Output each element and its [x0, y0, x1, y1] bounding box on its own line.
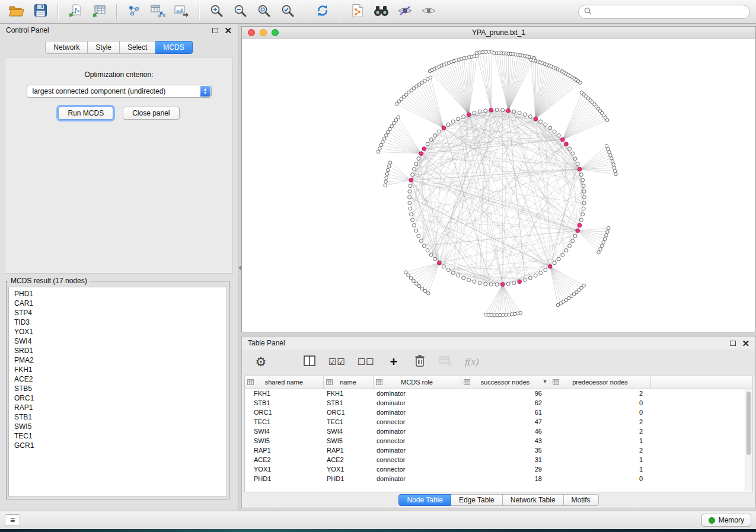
table-row[interactable]: PHD1PHD1dominator180 [245, 474, 752, 483]
table-row[interactable]: SWI5SWI5connector431 [245, 436, 752, 446]
result-node[interactable]: GCR1 [14, 441, 227, 450]
toolbar-separator [58, 4, 58, 20]
result-node[interactable]: ACE2 [14, 374, 227, 384]
tab-node-table[interactable]: Node Table [398, 494, 451, 506]
table-panel-title: Table Panel [248, 339, 285, 347]
style-preview-button[interactable] [394, 3, 416, 21]
column-header-successor-nodes[interactable]: successor nodes▾ [461, 376, 550, 389]
result-node[interactable]: SRD1 [14, 346, 227, 355]
float-panel-icon[interactable] [212, 28, 218, 33]
table-row[interactable]: TEC1TEC1connector472 [245, 417, 752, 427]
result-node[interactable]: CAR1 [14, 299, 227, 308]
network-canvas-container[interactable] [242, 39, 755, 332]
export-image-button[interactable] [171, 3, 192, 21]
zoom-selected-icon [280, 4, 295, 20]
table-row[interactable]: SWI4SWI4dominator462 [245, 427, 752, 436]
result-node[interactable]: RAP1 [14, 403, 227, 412]
find-button[interactable] [371, 3, 392, 21]
result-node[interactable]: STP4 [14, 308, 227, 318]
columns-icon [304, 355, 315, 368]
node-table: shared namenameMCDS rolesuccessor nodes▾… [245, 376, 752, 483]
open-file-button[interactable] [6, 3, 27, 21]
tab-select[interactable]: Select [120, 41, 155, 54]
node-table-container: shared namenameMCDS rolesuccessor nodes▾… [244, 376, 753, 492]
window-close-icon[interactable] [248, 29, 255, 36]
table-tabs: Node TableEdge TableNetwork TableMotifs [242, 493, 755, 507]
tab-edge-table[interactable]: Edge Table [451, 494, 503, 506]
window-minimize-icon[interactable] [260, 29, 267, 36]
result-node[interactable]: TID3 [14, 318, 227, 327]
table-row[interactable]: ORC1ORC1dominator610 [245, 408, 752, 417]
window-maximize-icon[interactable] [272, 29, 279, 36]
result-node[interactable]: PMA2 [14, 355, 227, 365]
column-header-shared-name[interactable]: shared name [245, 376, 323, 389]
tab-network[interactable]: Network [45, 41, 88, 54]
delete-column-button[interactable] [413, 354, 427, 370]
import-network-button[interactable] [65, 3, 86, 21]
table-row[interactable]: RAP1RAP1dominator352 [245, 446, 752, 455]
close-panel-button[interactable]: Close panel [123, 107, 179, 120]
tab-mcds[interactable]: MCDS [155, 41, 192, 54]
search-input[interactable] [595, 7, 744, 17]
select-all-columns-button[interactable]: ☑☑ [328, 354, 346, 370]
column-browser-button[interactable] [302, 354, 317, 370]
gear-icon: ⚙ [256, 355, 267, 368]
document-share-icon [351, 4, 364, 20]
create-column-button[interactable]: + [387, 354, 401, 370]
zoom-fit-button[interactable] [253, 3, 275, 21]
table-scrollbar-thumb[interactable] [747, 392, 751, 455]
tab-motifs[interactable]: Motifs [564, 494, 599, 506]
import-table-button[interactable] [88, 3, 110, 21]
result-node[interactable]: SWI4 [14, 336, 227, 346]
eye-icon [421, 5, 436, 18]
sort-chevron-icon[interactable]: ▾ [543, 378, 546, 384]
tab-style[interactable]: Style [88, 41, 120, 54]
column-header-predecessor-nodes[interactable]: predecessor nodes [550, 376, 650, 389]
zoom-out-button[interactable] [229, 3, 251, 21]
zoom-in-button[interactable] [206, 3, 227, 21]
table-scrollbar[interactable] [745, 389, 752, 491]
table-row[interactable]: FKH1FKH1dominator962 [245, 389, 752, 398]
hamburger-icon: ≡ [10, 515, 15, 525]
column-header-name[interactable]: name [323, 376, 373, 389]
memory-button[interactable]: Memory [701, 514, 751, 527]
copy-network-button[interactable] [347, 3, 368, 21]
status-menu-button[interactable]: ≡ [5, 514, 20, 526]
refresh-button[interactable] [312, 3, 333, 21]
table-row[interactable]: STB1STB1dominator620 [245, 398, 752, 408]
criterion-select[interactable]: largest connected component (undirected)… [27, 85, 212, 98]
network-from-table-button[interactable] [147, 3, 168, 21]
close-table-panel-icon[interactable]: ✕ [742, 339, 749, 348]
result-node[interactable]: STB1 [14, 412, 227, 422]
table-panel: Table Panel ✕ ⚙ ☑☑ ☐☐ + f(x) shared name… [241, 336, 756, 508]
zoom-fit-icon [257, 4, 271, 20]
float-table-panel-icon[interactable] [730, 341, 736, 346]
show-hide-button[interactable] [418, 3, 439, 21]
result-node[interactable]: STB5 [14, 384, 227, 393]
tab-network-table[interactable]: Network Table [503, 494, 564, 506]
table-settings-button[interactable]: ⚙ [254, 354, 268, 370]
column-header-MCDS-role[interactable]: MCDS role [373, 376, 461, 389]
network-window-titlebar[interactable]: YPA_prune.txt_1 [242, 27, 755, 39]
zoom-in-icon [209, 4, 224, 20]
result-node[interactable]: TEC1 [14, 431, 227, 441]
trash-icon [414, 354, 425, 370]
unselect-all-columns-button[interactable]: ☐☐ [358, 354, 375, 370]
close-panel-icon[interactable]: ✕ [224, 26, 232, 35]
result-node[interactable]: ORC1 [14, 393, 227, 403]
result-node[interactable]: FKH1 [14, 365, 227, 374]
result-node[interactable]: YOX1 [14, 327, 227, 336]
search-box[interactable] [578, 5, 750, 19]
mcds-result-list[interactable]: PHD1CAR1STP4TID3YOX1SWI4SRD1PMA2FKH1ACE2… [8, 287, 227, 497]
zoom-selected-button[interactable] [277, 3, 298, 21]
main-toolbar [0, 0, 756, 24]
table-row[interactable]: ACE2ACE2connector311 [245, 455, 752, 464]
table-row[interactable]: YOX1YOX1connector291 [245, 464, 752, 474]
run-mcds-button[interactable]: Run MCDS [58, 107, 113, 120]
result-node[interactable]: SWI5 [14, 422, 227, 431]
import-table-icon [92, 4, 106, 20]
result-node[interactable]: PHD1 [14, 289, 227, 299]
status-bar: ≡ Memory [0, 511, 756, 529]
new-network-button[interactable] [123, 3, 145, 21]
save-session-button[interactable] [30, 3, 51, 21]
